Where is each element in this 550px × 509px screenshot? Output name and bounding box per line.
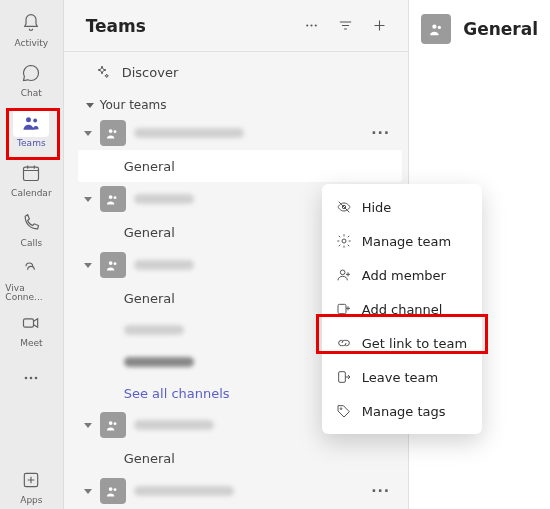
rail-viva[interactable]: Viva Conne... [5, 254, 57, 302]
menu-hide[interactable]: Hide [322, 190, 482, 224]
bell-icon [13, 9, 49, 37]
chevron-down-icon [84, 423, 92, 428]
team-avatar-icon [421, 14, 451, 44]
svg-point-19 [109, 487, 113, 491]
svg-point-5 [30, 377, 33, 380]
your-teams-label: Your teams [100, 98, 167, 112]
channel-title: General [463, 19, 538, 39]
team-more-button[interactable]: ··· [367, 121, 394, 145]
rail-calendar-label: Calendar [11, 189, 51, 198]
rail-teams[interactable]: Teams [5, 104, 57, 152]
your-teams-header[interactable]: Your teams [64, 92, 408, 116]
svg-point-0 [26, 117, 31, 122]
panel-add-button[interactable] [364, 11, 394, 41]
team-row[interactable]: ··· [78, 116, 402, 150]
rail-calls-label: Calls [21, 239, 43, 248]
rail-more[interactable] [5, 354, 57, 402]
svg-point-17 [109, 421, 113, 425]
svg-point-10 [314, 24, 316, 26]
chevron-down-icon [84, 263, 92, 268]
svg-point-9 [310, 24, 312, 26]
channel-row[interactable]: General [78, 442, 402, 474]
calendar-icon [13, 159, 49, 187]
rail-apps[interactable]: Apps [5, 461, 57, 509]
channel-row[interactable]: General [78, 150, 402, 182]
panel-filter-button[interactable] [330, 11, 360, 41]
rail-activity[interactable]: Activity [5, 4, 57, 52]
svg-point-23 [340, 270, 345, 275]
chat-icon [13, 59, 49, 87]
team-avatar-icon [100, 412, 126, 438]
teams-panel: Teams Discover Your teams [64, 0, 409, 509]
add-person-icon [336, 267, 352, 283]
panel-title: Teams [86, 16, 146, 36]
svg-rect-2 [24, 167, 39, 180]
teams-icon [13, 109, 49, 137]
team-more-button[interactable]: ··· [367, 479, 394, 503]
rail-meet[interactable]: Meet [5, 304, 57, 352]
viva-icon [13, 254, 49, 282]
team-row[interactable]: ··· [78, 474, 402, 508]
phone-icon [13, 209, 49, 237]
svg-point-1 [34, 118, 38, 122]
rail-chat[interactable]: Chat [5, 54, 57, 102]
menu-manage-team[interactable]: Manage team [322, 224, 482, 258]
svg-point-12 [114, 130, 117, 133]
sparkle-icon [94, 64, 110, 80]
rail-calls[interactable]: Calls [5, 204, 57, 252]
channel-name: General [124, 225, 175, 240]
team-name-redacted [134, 194, 194, 204]
svg-point-16 [114, 262, 117, 265]
svg-point-22 [342, 239, 346, 243]
menu-label: Hide [362, 200, 392, 215]
svg-point-11 [109, 129, 113, 133]
panel-more-button[interactable] [296, 11, 326, 41]
discover-row[interactable]: Discover [64, 52, 408, 92]
rail-apps-label: Apps [20, 496, 42, 505]
svg-point-28 [437, 25, 440, 28]
rail-teams-label: Teams [17, 139, 45, 148]
svg-point-8 [306, 24, 308, 26]
svg-point-6 [35, 377, 38, 380]
svg-rect-3 [24, 318, 34, 326]
svg-point-20 [114, 488, 117, 491]
rail-chat-label: Chat [21, 89, 42, 98]
menu-label: Manage team [362, 234, 452, 249]
content-header: General [421, 14, 538, 44]
chevron-down-icon [84, 197, 92, 202]
menu-manage-tags[interactable]: Manage tags [322, 394, 482, 428]
channel-name-redacted [124, 325, 184, 335]
menu-get-link[interactable]: Get link to team [322, 326, 482, 360]
app-rail: Activity Chat Teams Calendar Calls [0, 0, 64, 509]
team-avatar-icon [100, 120, 126, 146]
chevron-down-icon [84, 489, 92, 494]
rail-meet-label: Meet [20, 339, 42, 348]
ellipsis-icon [13, 364, 49, 392]
channel-name: General [124, 291, 175, 306]
menu-add-member[interactable]: Add member [322, 258, 482, 292]
plus-icon [371, 17, 388, 34]
chevron-down-icon [84, 131, 92, 136]
team-name-redacted [134, 128, 244, 138]
rail-calendar[interactable]: Calendar [5, 154, 57, 202]
link-icon [336, 335, 352, 351]
menu-add-channel[interactable]: Add channel [322, 292, 482, 326]
ellipsis-icon [303, 17, 320, 34]
menu-leave-team[interactable]: Leave team [322, 360, 482, 394]
menu-label: Get link to team [362, 336, 467, 351]
svg-point-4 [25, 377, 28, 380]
rail-viva-label: Viva Conne... [5, 284, 57, 302]
channel-name: General [124, 159, 175, 174]
rail-activity-label: Activity [15, 39, 49, 48]
svg-point-26 [340, 408, 342, 410]
channel-name: General [124, 451, 175, 466]
svg-point-13 [109, 195, 113, 199]
menu-label: Add member [362, 268, 446, 283]
svg-point-15 [109, 261, 113, 265]
channel-name-redacted [124, 357, 194, 367]
team-avatar-icon [100, 478, 126, 504]
team-context-menu: Hide Manage team Add member Add channel … [322, 184, 482, 434]
svg-point-27 [432, 24, 436, 28]
video-icon [13, 309, 49, 337]
svg-point-14 [114, 196, 117, 199]
